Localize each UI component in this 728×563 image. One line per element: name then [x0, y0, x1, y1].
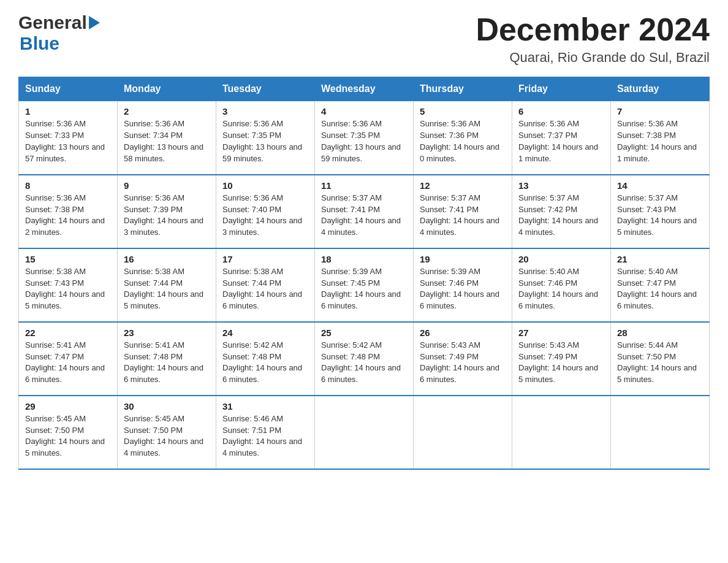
day-info: Sunrise: 5:38 AMSunset: 7:44 PMDaylight:… [222, 266, 308, 312]
day-number: 21 [617, 254, 703, 264]
logo-blue-text: Blue [20, 33, 59, 53]
calendar-week-row: 15Sunrise: 5:38 AMSunset: 7:43 PMDayligh… [19, 248, 710, 322]
day-number: 10 [222, 180, 308, 191]
calendar-cell: 24Sunrise: 5:42 AMSunset: 7:48 PMDayligh… [216, 322, 315, 396]
day-info: Sunrise: 5:41 AMSunset: 7:47 PMDaylight:… [25, 340, 111, 386]
calendar-cell: 10Sunrise: 5:36 AMSunset: 7:40 PMDayligh… [216, 175, 315, 248]
day-number: 9 [124, 180, 210, 191]
calendar-cell: 20Sunrise: 5:40 AMSunset: 7:46 PMDayligh… [512, 248, 611, 322]
day-number: 8 [25, 180, 111, 191]
header-day-sunday: Sunday [19, 77, 118, 101]
calendar-cell: 12Sunrise: 5:37 AMSunset: 7:41 PMDayligh… [414, 175, 512, 248]
day-number: 2 [124, 106, 210, 117]
calendar-cell: 26Sunrise: 5:43 AMSunset: 7:49 PMDayligh… [414, 322, 512, 396]
day-number: 15 [25, 254, 111, 264]
header-day-thursday: Thursday [414, 77, 512, 101]
day-number: 22 [25, 327, 111, 338]
day-info: Sunrise: 5:36 AMSunset: 7:33 PMDaylight:… [25, 118, 111, 164]
calendar-cell: 9Sunrise: 5:36 AMSunset: 7:39 PMDaylight… [118, 175, 216, 248]
day-number: 13 [518, 180, 604, 191]
day-info: Sunrise: 5:40 AMSunset: 7:47 PMDaylight:… [617, 266, 703, 312]
header-day-saturday: Saturday [611, 77, 710, 101]
month-title: December 2024 [476, 12, 710, 47]
day-info: Sunrise: 5:38 AMSunset: 7:43 PMDaylight:… [25, 266, 111, 312]
calendar-cell: 16Sunrise: 5:38 AMSunset: 7:44 PMDayligh… [118, 248, 216, 322]
calendar-week-row: 29Sunrise: 5:45 AMSunset: 7:50 PMDayligh… [19, 396, 710, 469]
day-info: Sunrise: 5:42 AMSunset: 7:48 PMDaylight:… [321, 340, 407, 386]
calendar-cell: 13Sunrise: 5:37 AMSunset: 7:42 PMDayligh… [512, 175, 611, 248]
title-area: December 2024 Quarai, Rio Grande do Sul,… [476, 12, 710, 66]
day-info: Sunrise: 5:36 AMSunset: 7:35 PMDaylight:… [321, 118, 407, 164]
day-info: Sunrise: 5:36 AMSunset: 7:38 PMDaylight:… [617, 118, 703, 164]
day-number: 16 [124, 254, 210, 264]
calendar-table: SundayMondayTuesdayWednesdayThursdayFrid… [18, 77, 710, 470]
calendar-cell: 14Sunrise: 5:37 AMSunset: 7:43 PMDayligh… [611, 175, 710, 248]
day-number: 26 [420, 327, 506, 338]
day-info: Sunrise: 5:43 AMSunset: 7:49 PMDaylight:… [420, 340, 506, 386]
day-number: 3 [222, 106, 308, 117]
day-info: Sunrise: 5:43 AMSunset: 7:49 PMDaylight:… [518, 340, 604, 386]
logo-general-text: General [18, 12, 87, 33]
calendar-cell [512, 396, 611, 469]
day-info: Sunrise: 5:44 AMSunset: 7:50 PMDaylight:… [617, 340, 703, 386]
day-info: Sunrise: 5:42 AMSunset: 7:48 PMDaylight:… [222, 340, 308, 386]
day-info: Sunrise: 5:36 AMSunset: 7:36 PMDaylight:… [420, 118, 506, 164]
day-info: Sunrise: 5:39 AMSunset: 7:45 PMDaylight:… [321, 266, 407, 312]
calendar-cell: 1Sunrise: 5:36 AMSunset: 7:33 PMDaylight… [19, 101, 118, 175]
calendar-cell: 17Sunrise: 5:38 AMSunset: 7:44 PMDayligh… [216, 248, 315, 322]
calendar-cell: 18Sunrise: 5:39 AMSunset: 7:45 PMDayligh… [315, 248, 414, 322]
day-number: 23 [124, 327, 210, 338]
header: General Blue December 2024 Quarai, Rio G… [18, 12, 710, 66]
calendar-cell: 5Sunrise: 5:36 AMSunset: 7:36 PMDaylight… [414, 101, 512, 175]
day-number: 17 [222, 254, 308, 264]
day-number: 14 [617, 180, 703, 191]
header-day-wednesday: Wednesday [315, 77, 414, 101]
day-number: 19 [420, 254, 506, 264]
day-number: 5 [420, 106, 506, 117]
calendar-cell [611, 396, 710, 469]
logo: General Blue [18, 12, 100, 54]
day-number: 24 [222, 327, 308, 338]
calendar-cell: 30Sunrise: 5:45 AMSunset: 7:50 PMDayligh… [118, 396, 216, 469]
day-number: 30 [124, 401, 210, 412]
location-title: Quarai, Rio Grande do Sul, Brazil [476, 50, 710, 66]
calendar-cell: 3Sunrise: 5:36 AMSunset: 7:35 PMDaylight… [216, 101, 315, 175]
day-info: Sunrise: 5:46 AMSunset: 7:51 PMDaylight:… [222, 413, 308, 459]
header-day-tuesday: Tuesday [216, 77, 315, 101]
day-number: 6 [518, 106, 604, 117]
header-day-friday: Friday [512, 77, 611, 101]
calendar-cell: 28Sunrise: 5:44 AMSunset: 7:50 PMDayligh… [611, 322, 710, 396]
day-info: Sunrise: 5:39 AMSunset: 7:46 PMDaylight:… [420, 266, 506, 312]
calendar-cell: 27Sunrise: 5:43 AMSunset: 7:49 PMDayligh… [512, 322, 611, 396]
calendar-cell: 25Sunrise: 5:42 AMSunset: 7:48 PMDayligh… [315, 322, 414, 396]
calendar-cell: 31Sunrise: 5:46 AMSunset: 7:51 PMDayligh… [216, 396, 315, 469]
day-number: 25 [321, 327, 407, 338]
day-info: Sunrise: 5:37 AMSunset: 7:41 PMDaylight:… [420, 193, 506, 239]
calendar-header-row: SundayMondayTuesdayWednesdayThursdayFrid… [19, 77, 710, 101]
day-info: Sunrise: 5:36 AMSunset: 7:34 PMDaylight:… [124, 118, 210, 164]
day-info: Sunrise: 5:37 AMSunset: 7:42 PMDaylight:… [518, 193, 604, 239]
calendar-cell: 23Sunrise: 5:41 AMSunset: 7:48 PMDayligh… [118, 322, 216, 396]
calendar-cell: 8Sunrise: 5:36 AMSunset: 7:38 PMDaylight… [19, 175, 118, 248]
day-info: Sunrise: 5:36 AMSunset: 7:40 PMDaylight:… [222, 193, 308, 239]
day-number: 31 [222, 401, 308, 412]
day-info: Sunrise: 5:37 AMSunset: 7:43 PMDaylight:… [617, 193, 703, 239]
day-number: 18 [321, 254, 407, 264]
day-number: 20 [518, 254, 604, 264]
day-info: Sunrise: 5:45 AMSunset: 7:50 PMDaylight:… [124, 413, 210, 459]
calendar-cell: 2Sunrise: 5:36 AMSunset: 7:34 PMDaylight… [118, 101, 216, 175]
calendar-cell [414, 396, 512, 469]
calendar-cell: 4Sunrise: 5:36 AMSunset: 7:35 PMDaylight… [315, 101, 414, 175]
day-info: Sunrise: 5:40 AMSunset: 7:46 PMDaylight:… [518, 266, 604, 312]
calendar-cell [315, 396, 414, 469]
header-day-monday: Monday [118, 77, 216, 101]
day-info: Sunrise: 5:45 AMSunset: 7:50 PMDaylight:… [25, 413, 111, 459]
day-number: 7 [617, 106, 703, 117]
day-number: 11 [321, 180, 407, 191]
day-number: 12 [420, 180, 506, 191]
day-number: 27 [518, 327, 604, 338]
calendar-cell: 19Sunrise: 5:39 AMSunset: 7:46 PMDayligh… [414, 248, 512, 322]
day-info: Sunrise: 5:36 AMSunset: 7:38 PMDaylight:… [25, 193, 111, 239]
calendar-week-row: 1Sunrise: 5:36 AMSunset: 7:33 PMDaylight… [19, 101, 710, 175]
calendar-week-row: 22Sunrise: 5:41 AMSunset: 7:47 PMDayligh… [19, 322, 710, 396]
